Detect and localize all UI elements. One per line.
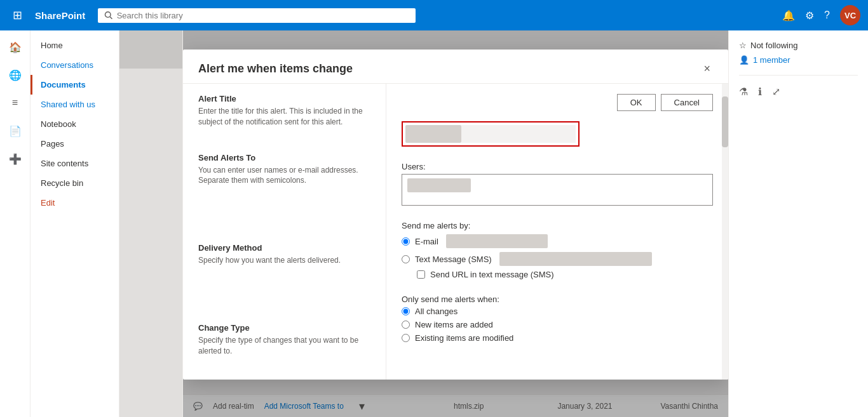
member-count-label: 1 member bbox=[753, 55, 790, 65]
thumbnail-area bbox=[119, 30, 183, 417]
alert-title-field-wrapper bbox=[402, 121, 713, 147]
sharepoint-logo: SharePoint bbox=[35, 10, 85, 21]
add-icon[interactable]: ➕ bbox=[4, 147, 27, 170]
sidebar-item-conversations[interactable]: Conversations bbox=[31, 55, 119, 75]
users-field-section: Users: bbox=[402, 162, 713, 206]
person-icon: 👤 bbox=[739, 55, 749, 65]
email-field-display bbox=[446, 234, 548, 248]
modal-body: Alert Title Enter the title for this ale… bbox=[183, 84, 728, 380]
member-count[interactable]: 👤 1 member bbox=[739, 55, 858, 65]
content-area: Alert me when items change × Alert Title… bbox=[183, 30, 728, 417]
modal-header: Alert me when items change × bbox=[183, 50, 728, 84]
svg-point-0 bbox=[105, 12, 111, 18]
email-radio-row: E-mail bbox=[402, 234, 713, 248]
modal-title: Alert me when items change bbox=[198, 62, 353, 76]
modal-close-button[interactable]: × bbox=[701, 60, 713, 78]
avatar[interactable]: VC bbox=[840, 5, 860, 25]
modal-buttons: OK Cancel bbox=[402, 94, 713, 111]
delivery-method-label: Delivery Method bbox=[198, 243, 370, 253]
users-label: Users: bbox=[402, 162, 713, 171]
sms-radio[interactable] bbox=[402, 255, 410, 263]
new-items-radio-row: New items are added bbox=[402, 320, 713, 329]
existing-items-radio-row: Existing items are modified bbox=[402, 333, 713, 343]
search-icon bbox=[104, 11, 112, 20]
sms-radio-label: Text Message (SMS) bbox=[415, 255, 492, 264]
send-alerts-desc: You can enter user names or e-mail addre… bbox=[198, 165, 370, 187]
alert-title-label: Alert Title bbox=[198, 94, 370, 103]
sms-field-display bbox=[499, 252, 652, 266]
all-changes-radio[interactable] bbox=[402, 307, 410, 315]
search-box[interactable] bbox=[98, 8, 416, 23]
waffle-icon[interactable]: ⊞ bbox=[8, 6, 27, 25]
send-me-alerts-label: Send me alerts by: bbox=[402, 221, 713, 230]
star-icon: ☆ bbox=[739, 41, 747, 50]
all-changes-label: All changes bbox=[415, 307, 458, 316]
thumbnail-top bbox=[119, 30, 182, 69]
info-icon[interactable]: ℹ bbox=[758, 86, 762, 98]
globe-icon[interactable]: 🌐 bbox=[4, 63, 27, 86]
send-alerts-label: Send Alerts To bbox=[198, 153, 370, 162]
cancel-button[interactable]: Cancel bbox=[661, 94, 713, 111]
change-type-form: Only send me alerts when: All changes Ne… bbox=[402, 295, 713, 343]
sidebar-item-pages[interactable]: Pages bbox=[31, 134, 119, 154]
change-type-section: Change Type Specify the type of changes … bbox=[198, 323, 370, 357]
list-icon[interactable]: ≡ bbox=[4, 91, 27, 114]
search-input[interactable] bbox=[117, 11, 410, 20]
sidebar-item-edit[interactable]: Edit bbox=[31, 193, 119, 213]
right-panel: ☆ Not following 👤 1 member ⚗ ℹ ⤢ bbox=[728, 30, 868, 417]
main-layout: 🏠 🌐 ≡ 📄 ➕ Home Conversations Documents S… bbox=[0, 30, 868, 417]
all-changes-radio-row: All changes bbox=[402, 307, 713, 316]
delivery-method-form: Send me alerts by: E-mail Text Message (… bbox=[402, 221, 713, 279]
alert-modal: Alert me when items change × Alert Title… bbox=[183, 50, 728, 380]
topbar-actions: 🔔 ⚙ ? VC bbox=[782, 5, 860, 25]
sidebar-item-site-contents[interactable]: Site contents bbox=[31, 154, 119, 173]
change-type-label: Change Type bbox=[198, 323, 370, 333]
right-panel-divider bbox=[739, 75, 858, 76]
home-nav-icon[interactable]: 🏠 bbox=[4, 36, 27, 58]
notification-icon[interactable]: 🔔 bbox=[782, 10, 795, 22]
alert-title-desc: Enter the title for this alert. This is … bbox=[198, 106, 370, 128]
alert-title-section: Alert Title Enter the title for this ale… bbox=[198, 94, 370, 128]
new-items-label: New items are added bbox=[415, 320, 493, 329]
following-status[interactable]: ☆ Not following bbox=[739, 41, 858, 50]
user-token bbox=[407, 178, 471, 192]
change-type-desc: Specify the type of changes that you wan… bbox=[198, 335, 370, 357]
scroll-track bbox=[722, 84, 728, 380]
nav-sidebar: Home Conversations Documents Shared with… bbox=[31, 30, 119, 417]
existing-items-label: Existing items are modified bbox=[415, 333, 513, 343]
delivery-method-desc: Specify how you want the alerts delivere… bbox=[198, 255, 370, 266]
left-icon-bar: 🏠 🌐 ≡ 📄 ➕ bbox=[0, 30, 31, 417]
ok-button[interactable]: OK bbox=[617, 94, 656, 111]
new-items-radio[interactable] bbox=[402, 321, 410, 329]
expand-icon[interactable]: ⤢ bbox=[772, 86, 780, 98]
settings-icon[interactable]: ⚙ bbox=[805, 10, 814, 22]
modal-left-panel: Alert Title Enter the title for this ale… bbox=[183, 84, 386, 380]
sms-radio-row: Text Message (SMS) bbox=[402, 252, 713, 266]
help-icon[interactable]: ? bbox=[824, 10, 830, 21]
sidebar-item-notebook[interactable]: Notebook bbox=[31, 114, 119, 134]
users-field[interactable] bbox=[402, 174, 713, 206]
alert-title-prefill bbox=[405, 125, 461, 143]
alert-title-input[interactable] bbox=[461, 125, 576, 143]
sms-url-checkbox-row: Send URL in text message (SMS) bbox=[417, 270, 713, 279]
sidebar-item-home[interactable]: Home bbox=[31, 36, 119, 55]
document-icon[interactable]: 📄 bbox=[4, 119, 27, 142]
email-radio[interactable] bbox=[402, 237, 410, 246]
sidebar-item-documents[interactable]: Documents bbox=[31, 75, 119, 95]
filter-icon[interactable]: ⚗ bbox=[739, 86, 748, 98]
modal-overlay: Alert me when items change × Alert Title… bbox=[183, 30, 728, 417]
not-following-label: Not following bbox=[750, 41, 797, 50]
sidebar-item-recycle-bin[interactable]: Recycle bin bbox=[31, 173, 119, 193]
sidebar-item-shared[interactable]: Shared with us bbox=[31, 95, 119, 114]
sms-url-checkbox[interactable] bbox=[417, 270, 425, 279]
scroll-thumb[interactable] bbox=[722, 96, 728, 147]
alert-title-input-group bbox=[402, 121, 580, 147]
sms-url-label: Send URL in text message (SMS) bbox=[430, 270, 554, 279]
delivery-method-section: Delivery Method Specify how you want the… bbox=[198, 243, 370, 266]
topbar: ⊞ SharePoint 🔔 ⚙ ? VC bbox=[0, 0, 868, 30]
send-alerts-section: Send Alerts To You can enter user names … bbox=[198, 153, 370, 187]
existing-items-radio[interactable] bbox=[402, 334, 410, 342]
right-panel-actions: ⚗ ℹ ⤢ bbox=[739, 86, 858, 98]
only-send-label: Only send me alerts when: bbox=[402, 295, 713, 304]
modal-right-panel: OK Cancel Users: bbox=[386, 84, 728, 380]
